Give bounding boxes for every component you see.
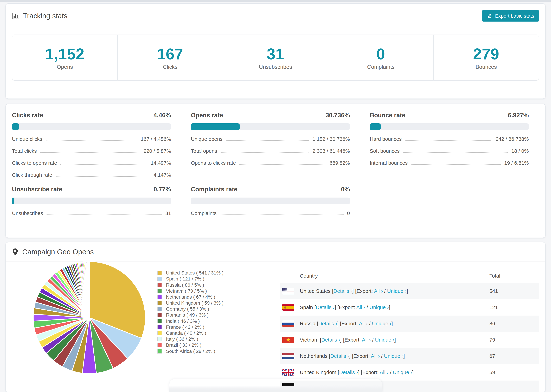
progress-bar-opens-rate xyxy=(191,123,350,130)
legend-item-india[interactable]: India ( 46 / 3% ) xyxy=(157,318,224,324)
progress-fill-clicks-rate xyxy=(12,123,19,130)
country-cell: United States [Details ›] [Export: All ›… xyxy=(300,288,489,294)
details-link[interactable]: Details › xyxy=(321,337,340,343)
flag-icon-us xyxy=(282,288,294,294)
legend-item-united-states[interactable]: United States ( 541 / 31% ) xyxy=(157,270,224,276)
export-all-link[interactable]: All › xyxy=(380,369,389,375)
rates-grid: Clicks rate4.46%Unique clicks167 / 4.456… xyxy=(12,112,529,216)
bracket: ] xyxy=(412,369,414,375)
rates-card: Clicks rate4.46%Unique clicks167 / 4.456… xyxy=(6,104,545,238)
bracket: ] xyxy=(407,288,408,294)
legend-label: Brazil ( 33 / 2% ) xyxy=(166,343,201,348)
rate-row-value: 689.82% xyxy=(330,160,350,166)
legend-item-france[interactable]: France ( 42 / 2% ) xyxy=(157,324,224,330)
legend-item-south-africa[interactable]: South Africa ( 29 / 2% ) xyxy=(157,348,224,354)
details-link[interactable]: Details › xyxy=(339,369,358,375)
details-link[interactable]: Details › xyxy=(316,304,335,310)
legend-item-germany[interactable]: Germany ( 55 / 3% ) xyxy=(157,306,224,312)
legend-item-canada[interactable]: Canada ( 40 / 2% ) xyxy=(157,330,224,336)
legend-label: Germany ( 55 / 3% ) xyxy=(166,306,209,312)
geo-table-header: CountryTotal xyxy=(280,269,539,283)
legend-swatch xyxy=(157,331,162,335)
dotted-leader xyxy=(46,140,137,141)
rate-row-value: 242 / 86.738% xyxy=(495,136,529,142)
stat-box-complaints: 0Complaints xyxy=(328,35,434,80)
export-prefix: ] [Export: xyxy=(340,337,362,343)
rate-row-label: Soft bounces xyxy=(370,148,400,154)
geo-card-title: Campaign Geo Opens xyxy=(12,248,94,256)
rate-value-opens-rate: 30.736% xyxy=(326,112,350,119)
export-unique-link[interactable]: Unique › xyxy=(393,369,412,375)
export-all-link[interactable]: All › xyxy=(359,321,368,326)
bar-chart-icon xyxy=(12,12,19,20)
details-link[interactable]: Details › xyxy=(318,321,337,326)
export-unique-link[interactable]: Unique › xyxy=(375,337,395,343)
rate-row-label: Opens to clicks rate xyxy=(191,160,236,166)
legend-item-netherlands[interactable]: Netherlands ( 67 / 4% ) xyxy=(157,294,224,300)
progress-bar-bounce-rate xyxy=(370,123,529,130)
rate-row-label: Unique clicks xyxy=(12,136,42,142)
stat-value-opens: 1,152 xyxy=(12,46,117,63)
geo-table-row-united-kingdom: United Kingdom [Details ›] [Export: All … xyxy=(280,364,539,381)
rate-row-complaints: Complaints0 xyxy=(191,210,350,216)
bracket: [ xyxy=(332,288,333,294)
legend-item-vietnam[interactable]: Vietnam ( 79 / 5% ) xyxy=(157,288,224,294)
export-unique-link[interactable]: Unique › xyxy=(387,288,406,294)
rate-row-unique-opens: Unique opens1,152 / 30.736% xyxy=(191,136,350,142)
rate-value-clicks-rate: 4.46% xyxy=(154,112,171,119)
legend-label: Russia ( 86 / 5% ) xyxy=(166,282,204,288)
rate-block-bounce-rate: Bounce rate6.927%Hard bounces242 / 86.73… xyxy=(370,112,529,178)
rate-row-unsubscribes: Unsubscribes31 xyxy=(12,210,171,216)
export-all-link[interactable]: All › xyxy=(362,337,371,343)
rate-row-value: 19 / 6.81% xyxy=(504,160,529,166)
separator: / xyxy=(380,353,384,359)
details-link[interactable]: Details › xyxy=(333,288,352,294)
legend-swatch xyxy=(157,337,162,341)
legend-item-spain[interactable]: Spain ( 121 / 7% ) xyxy=(157,276,224,282)
rate-row-label: Unsubscribes xyxy=(12,210,43,216)
rate-row-label: Complaints xyxy=(191,210,216,216)
dotted-leader xyxy=(226,140,309,141)
rate-block-unsubscribe-rate: Unsubscribe rate0.77%Unsubscribes31 xyxy=(12,186,171,216)
export-all-link[interactable]: All › xyxy=(356,304,365,310)
export-all-link[interactable]: All › xyxy=(371,353,380,359)
dotted-leader xyxy=(221,152,309,153)
geo-table-row-russia: Russia [Details ›] [Export: All › / Uniq… xyxy=(280,315,539,332)
export-prefix: ] [Export: xyxy=(337,321,359,326)
geo-card-body: United States ( 541 / 31% )Spain ( 121 /… xyxy=(6,262,545,392)
rate-row-internal-bounces: Internal bounces19 / 6.81% xyxy=(370,160,529,166)
stat-box-bounces: 279Bounces xyxy=(434,35,539,80)
legend-item-italy[interactable]: Italy ( 36 / 2% ) xyxy=(157,336,224,342)
export-unique-link[interactable]: Unique › xyxy=(372,321,391,326)
stat-label-complaints: Complaints xyxy=(328,64,433,70)
rate-row-total-opens: Total opens2,303 / 61.446% xyxy=(191,148,350,154)
top-strip xyxy=(0,0,551,2)
geo-opens-pie-chart xyxy=(30,258,149,377)
legend-swatch xyxy=(157,307,162,311)
export-unique-link[interactable]: Unique › xyxy=(369,304,389,310)
legend-label: Romania ( 49 / 3% ) xyxy=(166,312,209,318)
legend-swatch xyxy=(157,271,162,275)
export-all-link[interactable]: All › xyxy=(374,288,383,294)
bracket: ] xyxy=(389,304,390,310)
flag-icon-uk xyxy=(282,369,294,376)
progress-bar-complaints-rate xyxy=(191,197,350,204)
legend-item-united-kingdom[interactable]: United Kingdom ( 59 / 3% ) xyxy=(157,300,224,306)
flag-icon-nl xyxy=(282,353,294,359)
separator: / xyxy=(365,304,369,310)
tracking-title-text: Tracking stats xyxy=(23,12,67,20)
country-name: Spain xyxy=(300,304,314,310)
legend-item-russia[interactable]: Russia ( 86 / 5% ) xyxy=(157,282,224,288)
legend-label: Netherlands ( 67 / 4% ) xyxy=(166,294,215,300)
country-cell: Netherlands [Details ›] [Export: All › /… xyxy=(300,353,489,359)
rate-row-label: Total clicks xyxy=(12,148,37,154)
legend-swatch xyxy=(157,289,162,293)
export-unique-link[interactable]: Unique › xyxy=(384,353,403,359)
legend-item-brazil[interactable]: Brazil ( 33 / 2% ) xyxy=(157,342,224,348)
total-cell: 86 xyxy=(489,321,539,327)
export-basic-stats-button[interactable]: Export basic stats xyxy=(482,10,539,21)
dotted-leader xyxy=(56,176,150,177)
legend-item-romania[interactable]: Romania ( 49 / 3% ) xyxy=(157,312,224,318)
map-pin-icon xyxy=(12,248,19,256)
details-link[interactable]: Details › xyxy=(330,353,349,359)
